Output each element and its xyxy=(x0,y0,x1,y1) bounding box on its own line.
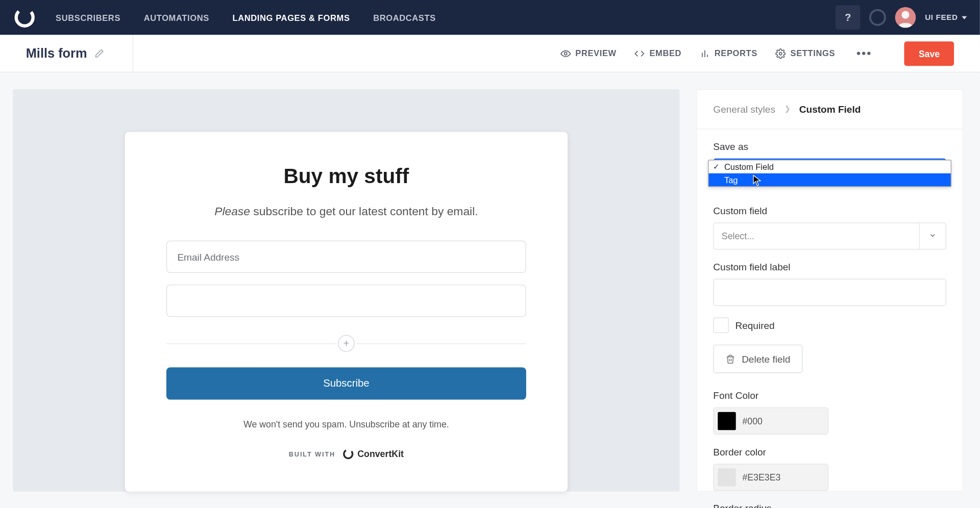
eye-icon xyxy=(560,48,571,58)
nav-broadcasts[interactable]: BROADCASTS xyxy=(373,13,436,22)
logo-icon[interactable] xyxy=(13,6,36,29)
option-tag[interactable]: Tag xyxy=(708,173,950,186)
main-area: Buy my stuff Please subscribe to get our… xyxy=(0,72,980,508)
save-as-dropdown[interactable]: Custom Field Tag xyxy=(708,160,951,187)
border-color-swatch[interactable] xyxy=(718,468,736,487)
trash-icon xyxy=(725,353,735,365)
border-radius-label: Border radius xyxy=(713,502,946,508)
svg-point-2 xyxy=(902,11,910,19)
form-heading[interactable]: Buy my stuff xyxy=(166,164,526,188)
canvas-column: Buy my stuff Please subscribe to get our… xyxy=(0,72,696,508)
chevron-down-icon xyxy=(929,231,937,241)
user-menu[interactable]: UI FEED xyxy=(925,13,967,22)
caret-down-icon xyxy=(962,16,967,19)
font-color-swatch[interactable] xyxy=(718,412,736,430)
border-color-value: #E3E3E3 xyxy=(742,472,780,482)
custom-field-label: Custom field xyxy=(713,205,946,216)
svg-point-7 xyxy=(779,52,782,55)
chart-icon xyxy=(700,48,710,58)
custom-field-group: Custom field Select... xyxy=(713,205,946,249)
custom-field-label-label: Custom field label xyxy=(713,261,946,272)
preview-button[interactable]: PREVIEW xyxy=(560,48,617,58)
convertkit-icon xyxy=(342,447,355,460)
save-as-select[interactable]: Custom Field Tag xyxy=(713,159,946,186)
form-card[interactable]: Buy my stuff Please subscribe to get our… xyxy=(125,132,568,492)
status-indicator-icon[interactable] xyxy=(869,9,886,26)
custom-field-label-group: Custom field label xyxy=(713,261,946,306)
toolbar: PREVIEW EMBED REPORTS SETTINGS Save xyxy=(560,41,954,66)
breadcrumb-current: Custom Field xyxy=(799,104,861,115)
custom-field-label-input[interactable] xyxy=(713,279,946,306)
user-name: UI FEED xyxy=(925,13,958,22)
custom-field-input[interactable] xyxy=(166,285,526,317)
font-color-group: Font Color #000 xyxy=(713,390,946,435)
more-menu-icon[interactable] xyxy=(853,52,875,55)
chevron-right-icon: ❯ xyxy=(785,105,790,113)
side-panel: General styles ❯ Custom Field Save as Cu… xyxy=(696,89,963,492)
sub-header: Mills form PREVIEW EMBED REPORTS SETTING… xyxy=(0,35,980,72)
svg-point-8 xyxy=(342,448,355,460)
add-field-button[interactable]: + xyxy=(338,335,355,352)
breadcrumb-prev[interactable]: General styles xyxy=(713,104,775,115)
email-input[interactable] xyxy=(166,241,526,273)
delete-field-button[interactable]: Delete field xyxy=(713,345,802,373)
reports-button[interactable]: REPORTS xyxy=(700,48,757,58)
gear-icon xyxy=(775,48,786,58)
border-color-label: Border color xyxy=(713,446,946,458)
settings-button[interactable]: SETTINGS xyxy=(775,48,835,58)
avatar[interactable] xyxy=(895,7,916,28)
nav-subscribers[interactable]: SUBSCRIBERS xyxy=(56,13,120,22)
border-color-group: Border color #E3E3E3 xyxy=(713,446,946,491)
custom-field-select[interactable]: Select... xyxy=(713,222,946,249)
edit-title-icon[interactable] xyxy=(95,48,105,58)
border-color-input[interactable]: #E3E3E3 xyxy=(713,464,828,491)
form-title: Mills form xyxy=(26,46,87,61)
svg-point-0 xyxy=(13,6,36,29)
canvas[interactable]: Buy my stuff Please subscribe to get our… xyxy=(13,89,679,492)
nav-automations[interactable]: AUTOMATIONS xyxy=(144,13,209,22)
subscribe-button[interactable]: Subscribe xyxy=(166,367,526,399)
panel-body: Save as Custom Field Tag Custom field Se… xyxy=(696,130,963,508)
save-as-group: Save as Custom Field Tag xyxy=(713,141,946,185)
code-icon xyxy=(634,48,645,58)
required-label: Required xyxy=(735,320,774,331)
embed-button[interactable]: EMBED xyxy=(634,48,681,58)
save-button[interactable]: Save xyxy=(904,41,954,66)
convertkit-logo: ConvertKit xyxy=(342,447,404,460)
option-custom-field[interactable]: Custom Field xyxy=(708,160,950,173)
required-row: Required xyxy=(713,318,946,333)
help-button[interactable]: ? xyxy=(836,5,860,30)
font-color-label: Font Color xyxy=(713,390,946,401)
disclaimer-text[interactable]: We won't send you spam. Unsubscribe at a… xyxy=(166,419,526,429)
required-checkbox[interactable] xyxy=(713,318,728,333)
top-nav: SUBSCRIBERS AUTOMATIONS LANDING PAGES & … xyxy=(0,0,980,35)
font-color-input[interactable]: #000 xyxy=(713,408,828,435)
svg-point-3 xyxy=(565,52,567,55)
form-subheading[interactable]: Please subscribe to get our latest conte… xyxy=(166,205,526,219)
border-radius-group: Border radius xyxy=(713,502,946,508)
add-field-row: + xyxy=(166,335,526,352)
font-color-value: #000 xyxy=(742,416,763,426)
divider xyxy=(133,35,134,72)
nav-landing-pages-forms[interactable]: LANDING PAGES & FORMS xyxy=(232,13,350,22)
save-as-label: Save as xyxy=(713,141,946,152)
breadcrumb: General styles ❯ Custom Field xyxy=(696,89,963,130)
built-with-badge[interactable]: BUILT WITH ConvertKit xyxy=(166,447,526,460)
